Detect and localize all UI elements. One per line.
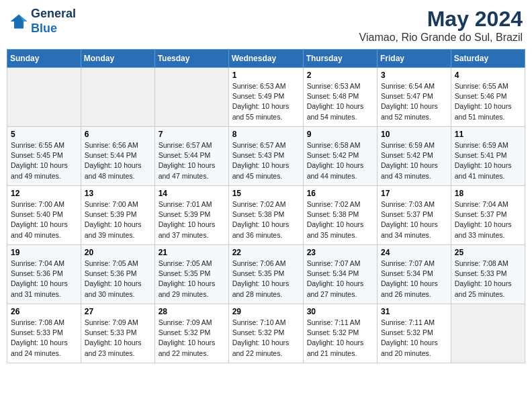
day-number: 23 [307,248,373,257]
day-info: Sunrise: 6:54 AMSunset: 5:47 PMDaylight:… [381,81,447,122]
calendar-cell: 15Sunrise: 7:02 AMSunset: 5:38 PMDayligh… [228,186,303,245]
week-row-2: 5Sunrise: 6:55 AMSunset: 5:45 PMDaylight… [7,127,525,186]
week-row-4: 19Sunrise: 7:04 AMSunset: 5:36 PMDayligh… [7,245,525,304]
day-number: 3 [381,71,447,80]
day-info: Sunrise: 7:09 AMSunset: 5:32 PMDaylight:… [159,318,225,359]
day-number: 17 [381,189,447,198]
day-number: 29 [232,307,300,316]
calendar-cell: 14Sunrise: 7:01 AMSunset: 5:39 PMDayligh… [154,186,228,245]
calendar-cell: 9Sunrise: 6:58 AMSunset: 5:42 PMDaylight… [303,127,377,186]
calendar-cell [451,304,525,363]
day-info: Sunrise: 6:59 AMSunset: 5:41 PMDaylight:… [455,140,521,181]
calendar-cell [154,68,228,127]
day-info: Sunrise: 7:09 AMSunset: 5:33 PMDaylight:… [85,318,151,359]
calendar-cell: 26Sunrise: 7:08 AMSunset: 5:33 PMDayligh… [7,304,81,363]
calendar-cell: 20Sunrise: 7:05 AMSunset: 5:36 PMDayligh… [81,245,154,304]
day-number: 11 [455,130,521,139]
calendar-cell: 1Sunrise: 6:53 AMSunset: 5:49 PMDaylight… [228,68,303,127]
day-number: 26 [11,307,77,316]
logo: General Blue [9,7,76,36]
logo-general: General [31,7,76,20]
day-number: 7 [159,130,225,139]
weekday-header-row: SundayMondayTuesdayWednesdayThursdayFrid… [7,50,525,68]
day-number: 28 [159,307,225,316]
day-info: Sunrise: 6:59 AMSunset: 5:42 PMDaylight:… [381,140,447,181]
day-number: 25 [455,248,521,257]
logo-icon [9,12,28,31]
month-title: May 2024 [359,7,523,32]
day-number: 31 [381,307,447,316]
calendar-cell: 8Sunrise: 6:57 AMSunset: 5:43 PMDaylight… [228,127,303,186]
day-number: 8 [232,130,300,139]
location-title: Viamao, Rio Grande do Sul, Brazil [359,32,523,44]
calendar-cell: 21Sunrise: 7:05 AMSunset: 5:35 PMDayligh… [154,245,228,304]
day-info: Sunrise: 7:05 AMSunset: 5:36 PMDaylight:… [85,259,151,300]
calendar-cell: 27Sunrise: 7:09 AMSunset: 5:33 PMDayligh… [81,304,154,363]
logo-blue: Blue [31,21,57,35]
day-info: Sunrise: 7:00 AMSunset: 5:40 PMDaylight:… [11,199,77,240]
day-number: 10 [381,130,447,139]
calendar-cell: 24Sunrise: 7:07 AMSunset: 5:34 PMDayligh… [378,245,451,304]
weekday-header-saturday: Saturday [451,50,525,68]
day-info: Sunrise: 6:58 AMSunset: 5:42 PMDaylight:… [307,140,373,181]
calendar-cell: 16Sunrise: 7:02 AMSunset: 5:38 PMDayligh… [303,186,377,245]
day-number: 16 [307,189,373,198]
calendar-cell: 28Sunrise: 7:09 AMSunset: 5:32 PMDayligh… [154,304,228,363]
day-number: 5 [11,130,77,139]
calendar-cell: 11Sunrise: 6:59 AMSunset: 5:41 PMDayligh… [451,127,525,186]
day-info: Sunrise: 6:57 AMSunset: 5:44 PMDaylight:… [159,140,225,181]
day-number: 21 [159,248,225,257]
calendar-cell: 13Sunrise: 7:00 AMSunset: 5:39 PMDayligh… [81,186,154,245]
day-number: 22 [232,248,300,257]
day-number: 19 [11,248,77,257]
calendar-cell: 10Sunrise: 6:59 AMSunset: 5:42 PMDayligh… [378,127,451,186]
title-block: May 2024 Viamao, Rio Grande do Sul, Braz… [359,7,523,44]
day-number: 13 [85,189,151,198]
calendar-table: SundayMondayTuesdayWednesdayThursdayFrid… [7,49,525,363]
day-number: 2 [307,71,373,80]
day-number: 1 [232,71,300,80]
week-row-3: 12Sunrise: 7:00 AMSunset: 5:40 PMDayligh… [7,186,525,245]
day-info: Sunrise: 7:08 AMSunset: 5:33 PMDaylight:… [455,259,521,300]
calendar-cell: 23Sunrise: 7:07 AMSunset: 5:34 PMDayligh… [303,245,377,304]
weekday-header-wednesday: Wednesday [228,50,303,68]
day-info: Sunrise: 6:53 AMSunset: 5:49 PMDaylight:… [232,81,300,122]
day-info: Sunrise: 7:05 AMSunset: 5:35 PMDaylight:… [159,259,225,300]
day-info: Sunrise: 7:02 AMSunset: 5:38 PMDaylight:… [307,199,373,240]
day-info: Sunrise: 6:53 AMSunset: 5:48 PMDaylight:… [307,81,373,122]
calendar-cell: 29Sunrise: 7:10 AMSunset: 5:32 PMDayligh… [228,304,303,363]
calendar-cell: 7Sunrise: 6:57 AMSunset: 5:44 PMDaylight… [154,127,228,186]
day-number: 9 [307,130,373,139]
calendar-cell: 2Sunrise: 6:53 AMSunset: 5:48 PMDaylight… [303,68,377,127]
day-info: Sunrise: 6:56 AMSunset: 5:44 PMDaylight:… [85,140,151,181]
day-number: 18 [455,189,521,198]
day-info: Sunrise: 7:11 AMSunset: 5:32 PMDaylight:… [307,318,373,359]
day-info: Sunrise: 7:11 AMSunset: 5:32 PMDaylight:… [381,318,447,359]
calendar-cell: 31Sunrise: 7:11 AMSunset: 5:32 PMDayligh… [378,304,451,363]
day-info: Sunrise: 6:55 AMSunset: 5:46 PMDaylight:… [455,81,521,122]
week-row-5: 26Sunrise: 7:08 AMSunset: 5:33 PMDayligh… [7,304,525,363]
day-info: Sunrise: 7:06 AMSunset: 5:35 PMDaylight:… [232,259,300,300]
calendar-cell: 22Sunrise: 7:06 AMSunset: 5:35 PMDayligh… [228,245,303,304]
day-info: Sunrise: 7:01 AMSunset: 5:39 PMDaylight:… [159,199,225,240]
week-row-1: 1Sunrise: 6:53 AMSunset: 5:49 PMDaylight… [7,68,525,127]
day-info: Sunrise: 7:02 AMSunset: 5:38 PMDaylight:… [232,199,300,240]
calendar-cell: 18Sunrise: 7:04 AMSunset: 5:37 PMDayligh… [451,186,525,245]
calendar-cell: 12Sunrise: 7:00 AMSunset: 5:40 PMDayligh… [7,186,81,245]
calendar-cell: 17Sunrise: 7:03 AMSunset: 5:37 PMDayligh… [378,186,451,245]
calendar-cell [7,68,81,127]
day-number: 4 [455,71,521,80]
page-header: General Blue May 2024 Viamao, Rio Grande… [7,7,525,44]
weekday-header-sunday: Sunday [7,50,81,68]
day-info: Sunrise: 7:07 AMSunset: 5:34 PMDaylight:… [307,259,373,300]
day-number: 14 [159,189,225,198]
day-info: Sunrise: 7:08 AMSunset: 5:33 PMDaylight:… [11,318,77,359]
day-number: 24 [381,248,447,257]
day-number: 27 [85,307,151,316]
calendar-cell: 5Sunrise: 6:55 AMSunset: 5:45 PMDaylight… [7,127,81,186]
calendar-cell: 6Sunrise: 6:56 AMSunset: 5:44 PMDaylight… [81,127,154,186]
day-info: Sunrise: 6:55 AMSunset: 5:45 PMDaylight:… [11,140,77,181]
day-info: Sunrise: 7:07 AMSunset: 5:34 PMDaylight:… [381,259,447,300]
day-info: Sunrise: 7:04 AMSunset: 5:36 PMDaylight:… [11,259,77,300]
day-number: 30 [307,307,373,316]
